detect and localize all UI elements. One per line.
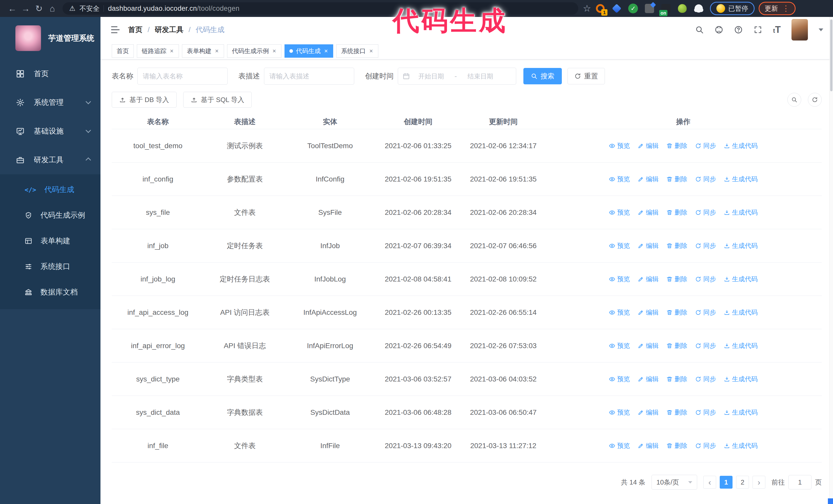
sync-link[interactable]: 同步 bbox=[695, 241, 716, 250]
preview-link[interactable]: 预览 bbox=[609, 208, 630, 217]
close-icon[interactable]: × bbox=[272, 48, 277, 54]
bookmark-star-icon[interactable]: ☆ bbox=[583, 3, 591, 14]
sidebar-item-system[interactable]: 系统管理 bbox=[0, 88, 100, 117]
delete-link[interactable]: 删除 bbox=[666, 375, 687, 383]
sidebar-item-home[interactable]: 首页 bbox=[0, 59, 100, 88]
edit-link[interactable]: 编辑 bbox=[638, 341, 659, 350]
kebab-menu-icon[interactable]: ⋮ bbox=[782, 5, 790, 12]
sidebar-item-devtools[interactable]: 研发工具 bbox=[0, 146, 100, 174]
sidebar-item-infra[interactable]: 基础设施 bbox=[0, 117, 100, 146]
edit-link[interactable]: 编辑 bbox=[638, 175, 659, 183]
preview-link[interactable]: 预览 bbox=[609, 375, 630, 383]
home-icon[interactable]: ⌂ bbox=[46, 2, 59, 15]
close-icon[interactable]: × bbox=[369, 48, 374, 54]
delete-link[interactable]: 删除 bbox=[666, 208, 687, 217]
preview-link[interactable]: 预览 bbox=[609, 408, 630, 416]
sidebar-item-codegen[interactable]: </> 代码生成 bbox=[0, 177, 100, 202]
tab-home[interactable]: 首页 bbox=[112, 44, 134, 58]
search-icon[interactable] bbox=[695, 25, 704, 34]
sync-link[interactable]: 同步 bbox=[695, 275, 716, 283]
page-button-1[interactable]: 1 bbox=[720, 476, 733, 488]
prev-page-button[interactable]: ‹ bbox=[703, 476, 716, 488]
delete-link[interactable]: 删除 bbox=[666, 308, 687, 317]
generate-code-link[interactable]: 生成代码 bbox=[724, 208, 758, 217]
avatar-caret-icon[interactable] bbox=[819, 28, 823, 31]
extension-orange-icon[interactable]: 1 bbox=[595, 3, 605, 14]
edit-link[interactable]: 编辑 bbox=[638, 441, 659, 450]
page-scrollbar[interactable] bbox=[829, 17, 833, 504]
reload-icon[interactable]: ↻ bbox=[32, 2, 46, 15]
tab-codegen[interactable]: 代码生成 × bbox=[285, 44, 333, 58]
sync-link[interactable]: 同步 bbox=[695, 441, 716, 450]
generate-code-link[interactable]: 生成代码 bbox=[724, 175, 758, 183]
tab-codegen-example[interactable]: 代码生成示例 × bbox=[227, 44, 281, 58]
tab-system-api[interactable]: 系统接口 × bbox=[336, 44, 378, 58]
help-icon[interactable] bbox=[734, 25, 743, 34]
sync-link[interactable]: 同步 bbox=[695, 175, 716, 183]
table-desc-input[interactable] bbox=[264, 68, 354, 85]
sidebar-item-db-doc[interactable]: 数据库文档 bbox=[0, 280, 100, 305]
delete-link[interactable]: 删除 bbox=[666, 341, 687, 350]
sync-link[interactable]: 同步 bbox=[695, 375, 716, 383]
preview-link[interactable]: 预览 bbox=[609, 308, 630, 317]
breadcrumb-section[interactable]: 研发工具 bbox=[155, 25, 184, 34]
edit-link[interactable]: 编辑 bbox=[638, 375, 659, 383]
sidebar-item-codegen-example[interactable]: 代码生成示例 bbox=[0, 202, 100, 228]
delete-link[interactable]: 删除 bbox=[666, 275, 687, 283]
extension-frog-icon[interactable] bbox=[677, 3, 687, 14]
preview-link[interactable]: 预览 bbox=[609, 441, 630, 450]
github-icon[interactable] bbox=[715, 25, 723, 34]
sync-link[interactable]: 同步 bbox=[695, 208, 716, 217]
generate-code-link[interactable]: 生成代码 bbox=[724, 375, 758, 383]
preview-link[interactable]: 预览 bbox=[609, 241, 630, 250]
import-sql-button[interactable]: 基于 SQL 导入 bbox=[183, 92, 252, 108]
app-logo[interactable]: 芋道管理系统 bbox=[0, 17, 100, 59]
preview-link[interactable]: 预览 bbox=[609, 175, 630, 183]
forward-icon[interactable]: → bbox=[19, 2, 32, 15]
extension-grid-icon[interactable] bbox=[644, 3, 654, 14]
browser-update-button[interactable]: 更新 ⋮ bbox=[759, 2, 795, 15]
generate-code-link[interactable]: 生成代码 bbox=[724, 441, 758, 450]
edit-link[interactable]: 编辑 bbox=[638, 275, 659, 283]
fullscreen-icon[interactable] bbox=[754, 25, 762, 34]
next-page-button[interactable]: › bbox=[753, 476, 765, 488]
sidebar-item-form-builder[interactable]: 表单构建 bbox=[0, 228, 100, 254]
hamburger-icon[interactable] bbox=[110, 25, 120, 35]
start-date-input[interactable] bbox=[412, 73, 450, 80]
sidebar-item-system-api[interactable]: 系统接口 bbox=[0, 254, 100, 280]
refresh-button[interactable] bbox=[808, 93, 822, 106]
close-icon[interactable]: × bbox=[324, 48, 328, 54]
extension-on-icon[interactable]: on bbox=[661, 3, 671, 14]
preview-link[interactable]: 预览 bbox=[609, 275, 630, 283]
reset-button[interactable]: 重置 bbox=[568, 68, 605, 85]
edit-link[interactable]: 编辑 bbox=[638, 408, 659, 416]
search-button[interactable]: 搜索 bbox=[523, 68, 562, 85]
delete-link[interactable]: 删除 bbox=[666, 241, 687, 250]
user-avatar[interactable] bbox=[791, 19, 808, 41]
date-range-picker[interactable]: - bbox=[398, 68, 516, 85]
sync-link[interactable]: 同步 bbox=[695, 142, 716, 150]
breadcrumb-home[interactable]: 首页 bbox=[128, 25, 143, 34]
extension-check-icon[interactable]: ✓ bbox=[628, 3, 638, 14]
generate-code-link[interactable]: 生成代码 bbox=[724, 142, 758, 150]
extensions-puzzle-icon[interactable] bbox=[694, 3, 704, 14]
extension-gem-icon[interactable] bbox=[612, 3, 622, 14]
sync-link[interactable]: 同步 bbox=[695, 341, 716, 350]
edit-link[interactable]: 编辑 bbox=[638, 208, 659, 217]
generate-code-link[interactable]: 生成代码 bbox=[724, 308, 758, 317]
edit-link[interactable]: 编辑 bbox=[638, 308, 659, 317]
table-name-input[interactable] bbox=[137, 68, 228, 85]
generate-code-link[interactable]: 生成代码 bbox=[724, 408, 758, 416]
sync-link[interactable]: 同步 bbox=[695, 308, 716, 317]
delete-link[interactable]: 删除 bbox=[666, 142, 687, 150]
tab-form-builder[interactable]: 表单构建 × bbox=[182, 44, 224, 58]
goto-page-input[interactable] bbox=[788, 475, 811, 489]
delete-link[interactable]: 删除 bbox=[666, 441, 687, 450]
sync-link[interactable]: 同步 bbox=[695, 408, 716, 416]
preview-link[interactable]: 预览 bbox=[609, 142, 630, 150]
page-button-2[interactable]: 2 bbox=[736, 476, 749, 488]
tab-tracing[interactable]: 链路追踪 × bbox=[137, 44, 179, 58]
import-db-button[interactable]: 基于 DB 导入 bbox=[112, 92, 176, 108]
page-size-select[interactable]: 10条/页 bbox=[651, 475, 697, 490]
generate-code-link[interactable]: 生成代码 bbox=[724, 275, 758, 283]
